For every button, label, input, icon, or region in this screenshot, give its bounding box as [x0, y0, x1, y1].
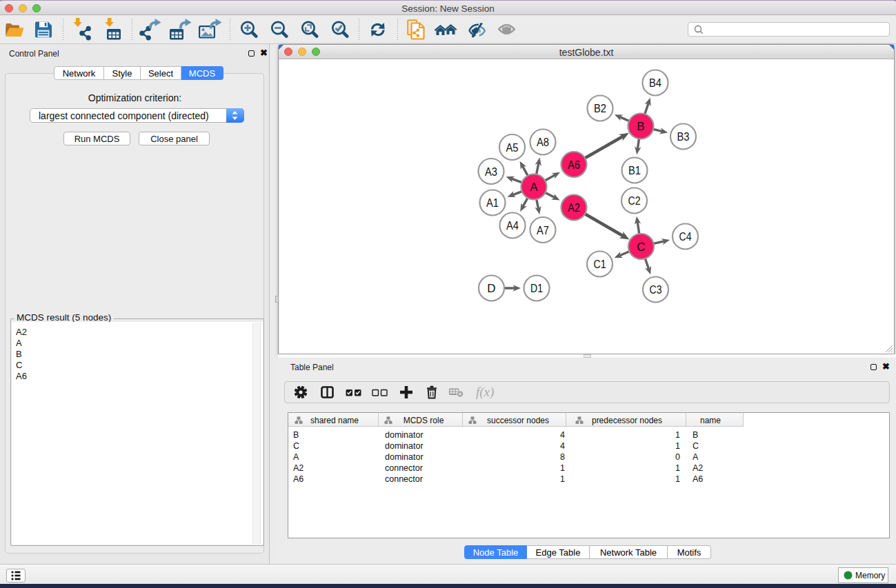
- svg-text:C1: C1: [594, 258, 606, 271]
- svg-text:A7: A7: [537, 224, 549, 237]
- svg-text:D: D: [487, 282, 495, 295]
- svg-text:B: B: [637, 120, 644, 133]
- svg-text:A3: A3: [485, 165, 497, 179]
- svg-text:B3: B3: [677, 130, 690, 143]
- svg-text:A1: A1: [486, 196, 499, 210]
- svg-text:A8: A8: [537, 136, 549, 149]
- svg-text:A2: A2: [568, 201, 580, 214]
- svg-text:C2: C2: [628, 194, 641, 207]
- svg-text:D1: D1: [530, 282, 543, 295]
- svg-text:A5: A5: [506, 141, 519, 154]
- svg-text:A4: A4: [506, 219, 519, 232]
- svg-text:B2: B2: [594, 102, 606, 115]
- svg-text:B1: B1: [628, 164, 641, 177]
- svg-text:C: C: [637, 241, 645, 254]
- svg-text:A6: A6: [568, 159, 580, 172]
- svg-text:C3: C3: [650, 283, 662, 296]
- svg-text:B4: B4: [649, 77, 661, 90]
- svg-text:C4: C4: [679, 230, 692, 243]
- svg-text:A: A: [530, 181, 538, 194]
